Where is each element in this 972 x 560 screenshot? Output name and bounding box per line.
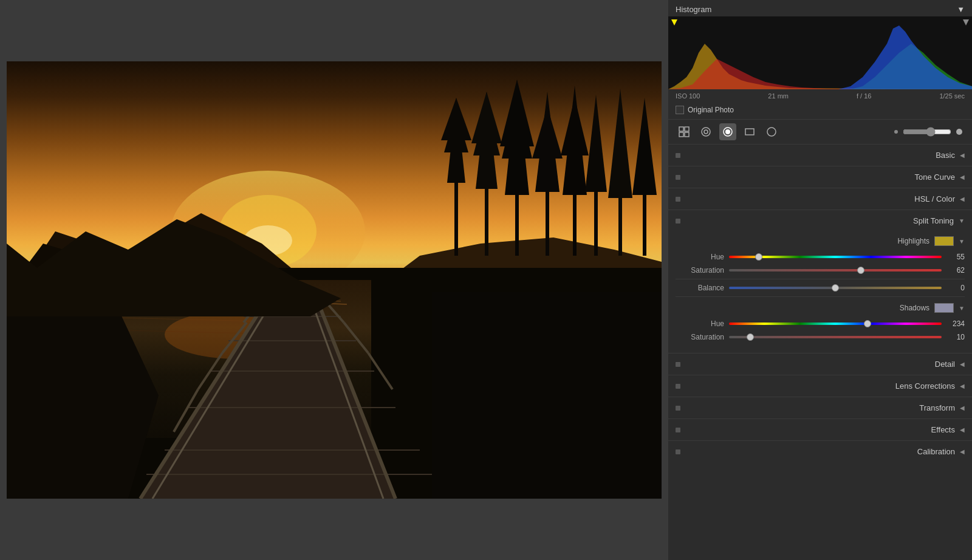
svg-point-77 xyxy=(894,130,898,134)
panel-header-detail[interactable]: Detail ◀ xyxy=(668,353,972,375)
histogram-header: Histogram ▼ xyxy=(668,0,972,16)
shutter-speed: 1/25 sec xyxy=(939,92,965,100)
shadows-label: Shadows xyxy=(900,304,929,312)
highlights-hue-row: Hue 55 xyxy=(676,252,965,262)
panel-section-lens: Lens Corrections ◀ xyxy=(668,375,972,397)
detail-arrow: ◀ xyxy=(960,361,965,367)
highlights-dropdown-arrow[interactable]: ▼ xyxy=(959,238,965,245)
tool-icons-row xyxy=(668,119,972,144)
lens-arrow: ◀ xyxy=(960,383,965,389)
panel-header-effects[interactable]: Effects ◀ xyxy=(668,419,972,440)
highlights-hue-value: 55 xyxy=(946,253,965,261)
photo-area xyxy=(0,0,668,560)
balance-thumb[interactable] xyxy=(832,284,839,292)
balance-divider xyxy=(676,279,965,279)
panel-header-split-toning[interactable]: Split Toning ▼ xyxy=(668,210,972,231)
svg-rect-18 xyxy=(515,195,519,256)
hsl-arrow: ◀ xyxy=(960,196,965,202)
highlights-saturation-row: Saturation 62 xyxy=(676,265,965,275)
shadows-sat-track-container xyxy=(729,332,942,342)
hsl-title: HSL / Color xyxy=(685,194,955,203)
section-toggle-detail xyxy=(676,362,680,367)
lens-title: Lens Corrections xyxy=(685,381,955,391)
section-toggle-basic xyxy=(676,153,680,158)
histogram-chart xyxy=(668,16,972,89)
iso-value: ISO 100 xyxy=(676,92,700,100)
shadows-hue-track-container xyxy=(729,319,942,329)
shadows-sat-thumb[interactable] xyxy=(747,333,754,341)
detail-title: Detail xyxy=(685,360,955,369)
svg-marker-58 xyxy=(432,292,662,499)
shadows-swatch[interactable] xyxy=(934,303,954,313)
panel-header-transform[interactable]: Transform ◀ xyxy=(668,397,972,418)
panel-section-detail: Detail ◀ xyxy=(668,353,972,375)
balance-divider-2 xyxy=(676,296,965,297)
shadows-hue-label: Hue xyxy=(676,319,724,328)
original-photo-label: Original Photo xyxy=(688,106,734,114)
histogram-meta: ISO 100 21 mm f / 16 1/25 sec xyxy=(668,89,972,103)
balance-row: Balance 0 xyxy=(676,283,965,293)
svg-point-76 xyxy=(767,128,776,136)
histogram-title: Histogram xyxy=(676,5,711,14)
svg-point-78 xyxy=(956,129,962,135)
photo-canvas xyxy=(7,61,662,499)
crop-icon[interactable] xyxy=(697,123,714,140)
svg-rect-26 xyxy=(594,192,598,256)
panel-header-hsl[interactable]: HSL / Color ◀ xyxy=(668,188,972,210)
calibration-arrow: ◀ xyxy=(960,448,965,455)
panel-section-transform: Transform ◀ xyxy=(668,397,972,418)
brightness-slider[interactable] xyxy=(903,127,951,137)
panel-section-split-toning: Split Toning ▼ Highlights ▼ Hue 55 xyxy=(668,210,972,353)
highlights-hue-thumb[interactable] xyxy=(755,253,762,261)
highlights-sat-track-container xyxy=(729,265,942,275)
panel-section-hsl: HSL / Color ◀ xyxy=(668,188,972,210)
rectangle-tool-icon[interactable] xyxy=(741,123,758,140)
svg-rect-68 xyxy=(685,127,689,131)
calibration-title: Calibration xyxy=(685,447,955,456)
highlights-sat-thumb[interactable] xyxy=(857,267,864,274)
panel-header-lens[interactable]: Lens Corrections ◀ xyxy=(668,375,972,397)
brightness-high-icon xyxy=(954,126,965,137)
highlights-hue-label: Hue xyxy=(676,253,724,261)
svg-rect-10 xyxy=(454,183,458,256)
circle-tool-icon[interactable] xyxy=(763,123,780,140)
panel-header-calibration[interactable]: Calibration ◀ xyxy=(668,441,972,462)
balance-track xyxy=(729,287,942,289)
original-photo-row: Original Photo xyxy=(668,103,972,119)
target-icon[interactable] xyxy=(719,123,736,140)
tone-curve-title: Tone Curve xyxy=(685,172,955,182)
highlights-header: Highlights ▼ xyxy=(676,234,965,248)
effects-title: Effects xyxy=(685,425,955,434)
brightness-low-icon xyxy=(892,128,900,136)
grid-tool-icon[interactable] xyxy=(676,123,693,140)
panel-section-effects: Effects ◀ xyxy=(668,418,972,440)
svg-rect-67 xyxy=(679,127,683,131)
shadows-sat-label: Saturation xyxy=(676,333,724,341)
shadows-hue-thumb[interactable] xyxy=(864,320,871,327)
panel-header-basic[interactable]: Basic ◀ xyxy=(668,145,972,166)
histogram-menu-icon[interactable]: ▼ xyxy=(957,5,965,14)
svg-rect-14 xyxy=(485,189,488,256)
shadows-sat-track xyxy=(729,336,942,338)
transform-title: Transform xyxy=(685,403,955,412)
highlights-hue-track xyxy=(729,256,942,258)
shadows-hue-track xyxy=(729,323,942,325)
transform-arrow: ◀ xyxy=(960,405,965,411)
shadows-hue-row: Hue 234 xyxy=(676,319,965,329)
section-toggle-lens xyxy=(676,384,680,389)
shadows-dropdown-arrow[interactable]: ▼ xyxy=(959,305,965,312)
panel-header-tone-curve[interactable]: Tone Curve ◀ xyxy=(668,166,972,188)
section-toggle-effects xyxy=(676,428,680,432)
svg-rect-24 xyxy=(573,195,577,256)
basic-arrow: ◀ xyxy=(960,152,965,159)
photo-svg xyxy=(7,61,662,499)
focal-length: 21 mm xyxy=(768,92,789,100)
balance-value: 0 xyxy=(946,284,965,292)
original-photo-checkbox[interactable] xyxy=(676,106,684,114)
section-toggle-calibration xyxy=(676,449,680,454)
balance-label: Balance xyxy=(676,284,724,292)
shadows-sat-value: 10 xyxy=(946,333,965,341)
section-toggle-transform xyxy=(676,406,680,411)
highlights-swatch[interactable] xyxy=(934,236,954,246)
effects-arrow: ◀ xyxy=(960,426,965,433)
